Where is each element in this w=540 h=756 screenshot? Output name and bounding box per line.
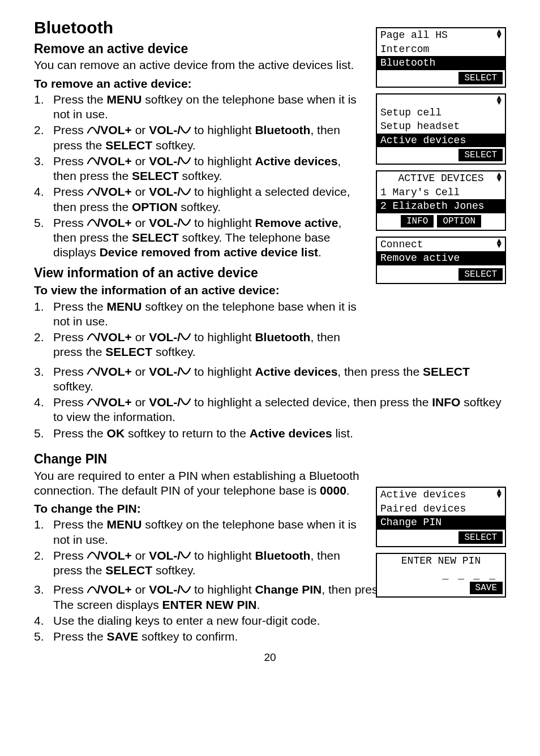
screen-stack-bottom: ▲▼Active devicesPaired devicesChange PIN…: [376, 487, 506, 598]
softkey-select: SELECT: [458, 531, 503, 544]
screen-line: Page all HS: [377, 28, 505, 42]
step-item: 3.Press /VOL+ or VOL-/ to highlight Acti…: [34, 364, 504, 394]
page-number: 20: [34, 651, 506, 664]
step-item: 1.Press the MENU softkey on the telephon…: [34, 92, 362, 122]
steps-remove: 1.Press the MENU softkey on the telephon…: [34, 92, 362, 260]
softkey-select: SELECT: [458, 72, 503, 84]
section-heading-remove: Remove an active device: [34, 41, 362, 57]
section-subhead: To remove an active device:: [34, 76, 362, 91]
screen-line: Active devices: [377, 488, 505, 502]
step-item: 5.Press the SAVE softkey to confirm.: [34, 629, 504, 644]
steps-pin-a: 1.Press the MENU softkey on the telephon…: [34, 517, 362, 578]
step-item: 1.Press the MENU softkey on the telephon…: [34, 299, 362, 329]
screen-line: ENTER NEW PIN: [377, 554, 505, 568]
lcd-screen: ▲▼ConnectRemove active SELECT: [376, 237, 506, 284]
step-item: 1.Press the MENU softkey on the telephon…: [34, 517, 362, 547]
softkey-save: SAVE: [470, 582, 503, 594]
section-subhead: To change the PIN:: [34, 501, 362, 516]
softkey-select: SELECT: [458, 149, 503, 161]
updown-icon: ▲▼: [497, 173, 502, 182]
screen-line: Setup headset: [377, 119, 505, 134]
lcd-screen: ENTER NEW PIN _ _ _ _SAVE: [376, 553, 506, 598]
step-item: 4.Use the dialing keys to enter a new fo…: [34, 613, 504, 628]
screen-line: Change PIN: [377, 516, 505, 530]
step-item: 4.Press /VOL+ or VOL-/ to highlight a se…: [34, 395, 504, 425]
step-item: 3.Press /VOL+ or VOL-/ to highlight Acti…: [34, 154, 362, 184]
screen-line: ACTIVE DEVICES: [377, 171, 505, 186]
updown-icon: ▲▼: [497, 239, 502, 248]
section-subhead: To view the information of an active dev…: [34, 283, 362, 298]
section-intro-pin: You are required to enter a PIN when est…: [34, 469, 362, 499]
step-item: 5.Press the OK softkey to return to the …: [34, 426, 504, 441]
lcd-screen: ▲▼Page all HSIntercomBluetoothSELECT: [376, 27, 506, 88]
step-item: 4.Press /VOL+ or VOL-/ to highlight a se…: [34, 184, 362, 214]
section-heading-view: View information of an active device: [34, 265, 362, 281]
section-heading-pin: Change PIN: [34, 451, 362, 467]
step-item: 2.Press /VOL+ or VOL-/ to highlight Blue…: [34, 548, 362, 578]
screen-line: 2 Elizabeth Jones: [377, 199, 505, 213]
step-item: 2.Press /VOL+ or VOL-/ to highlight Blue…: [34, 330, 362, 360]
screen-line: Remove active: [377, 251, 505, 265]
lcd-screen: ▲▼Setup cellSetup headsetActive devicesS…: [376, 93, 506, 165]
steps-view-b: 3.Press /VOL+ or VOL-/ to highlight Acti…: [34, 364, 504, 441]
screen-line: Connect: [377, 238, 505, 252]
steps-view-a: 1.Press the MENU softkey on the telephon…: [34, 299, 362, 360]
updown-icon: ▲▼: [497, 96, 502, 105]
screen-line: Bluetooth: [377, 56, 505, 70]
softkey-select: SELECT: [458, 268, 503, 281]
screen-line: Intercom: [377, 42, 505, 57]
updown-icon: ▲▼: [497, 489, 502, 498]
lcd-screen: ▲▼ACTIVE DEVICES1 Mary's Cell2 Elizabeth…: [376, 170, 506, 231]
section-intro: You can remove an active device from the…: [34, 58, 362, 72]
step-item: 2.Press /VOL+ or VOL-/ to highlight Blue…: [34, 123, 362, 153]
screen-stack-top: ▲▼Page all HSIntercomBluetoothSELECT▲▼Se…: [376, 27, 506, 284]
softkey-info: INFO: [401, 215, 434, 227]
screen-line: 1 Mary's Cell: [377, 186, 505, 200]
step-item: 5.Press /VOL+ or VOL-/ to highlight Remo…: [34, 216, 362, 260]
screen-line: Setup cell: [377, 106, 505, 120]
screen-line: Paired devices: [377, 502, 505, 516]
softkey-option: OPTION: [437, 215, 481, 227]
updown-icon: ▲▼: [497, 29, 502, 38]
pin-input-line: _ _ _ _: [377, 569, 505, 580]
screen-line: Active devices: [377, 134, 505, 148]
lcd-screen: ▲▼Active devicesPaired devicesChange PIN…: [376, 487, 506, 547]
